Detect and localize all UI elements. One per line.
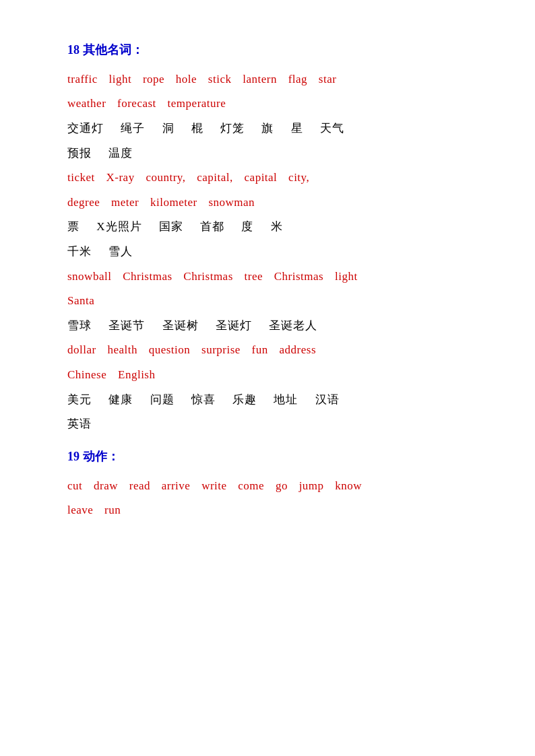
section-18-heading: 18 其他名词：	[67, 40, 468, 60]
block-14: 英语	[67, 414, 468, 435]
block-12: Chinese English	[67, 365, 468, 386]
chinese-line-6: 英语	[67, 414, 468, 435]
block-1: weather forecast temperature	[67, 94, 468, 114]
english-line-6: dollar health question surprise fun addr…	[67, 340, 468, 361]
block-2: 交通灯 绳子 洞 棍 灯笼 旗 星 天气	[67, 118, 468, 139]
chinese-line-4: 雪球 圣诞节 圣诞树 圣诞灯 圣诞老人	[67, 316, 468, 337]
english-line-2: ticket X-ray country, capital, capital c…	[67, 168, 468, 188]
english-line-7: Chinese English	[67, 365, 468, 386]
section-19-heading: 19 动作：	[67, 447, 468, 467]
english-line-1: weather forecast temperature	[67, 94, 468, 114]
block-7: 千米 雪人	[67, 242, 468, 263]
block-19-0: cut draw read arrive write come go jump …	[67, 476, 468, 497]
block-11: dollar health question surprise fun addr…	[67, 340, 468, 361]
block-5: degree meter kilometer snowman	[67, 193, 468, 213]
block-0: traffic light rope hole stick lantern fl…	[67, 69, 468, 90]
section-18: 18 其他名词： traffic light rope hole stick l…	[67, 40, 468, 435]
chinese-line-0: 交通灯 绳子 洞 棍 灯笼 旗 星 天气	[67, 118, 468, 139]
english-line-8: cut draw read arrive write come go jump …	[67, 476, 468, 497]
block-13: 美元 健康 问题 惊喜 乐趣 地址 汉语	[67, 390, 468, 411]
block-19-1: leave run	[67, 500, 468, 521]
chinese-line-1: 预报 温度	[67, 143, 468, 164]
chinese-line-2: 票 X光照片 国家 首都 度 米	[67, 217, 468, 238]
english-line-5: Santa	[67, 291, 468, 312]
chinese-line-5: 美元 健康 问题 惊喜 乐趣 地址 汉语	[67, 390, 468, 411]
english-line-3: degree meter kilometer snowman	[67, 193, 468, 213]
english-line-9: leave run	[67, 500, 468, 521]
block-10: 雪球 圣诞节 圣诞树 圣诞灯 圣诞老人	[67, 316, 468, 337]
section-19: 19 动作： cut draw read arrive write come g…	[67, 447, 468, 521]
english-line-4: snowball Christmas Christmas tree Christ…	[67, 267, 468, 287]
chinese-line-3: 千米 雪人	[67, 242, 468, 263]
english-line-0: traffic light rope hole stick lantern fl…	[67, 69, 468, 90]
block-6: 票 X光照片 国家 首都 度 米	[67, 217, 468, 238]
block-9: Santa	[67, 291, 468, 312]
block-8: snowball Christmas Christmas tree Christ…	[67, 267, 468, 287]
block-3: 预报 温度	[67, 143, 468, 164]
page-content: 18 其他名词： traffic light rope hole stick l…	[67, 40, 468, 521]
block-4: ticket X-ray country, capital, capital c…	[67, 168, 468, 188]
